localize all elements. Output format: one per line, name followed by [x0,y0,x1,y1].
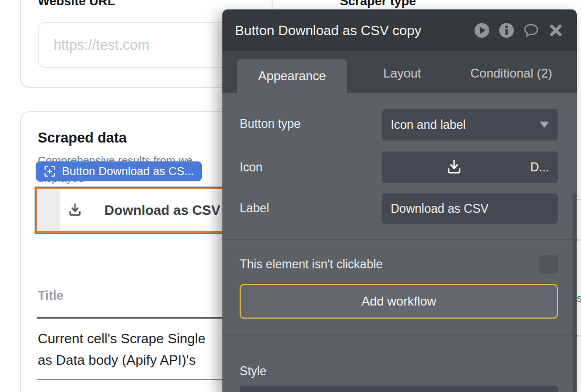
panel-tabbar: Appearance Layout Conditional (2) [222,51,577,93]
style-dropdown[interactable] [240,386,558,392]
download-icon [67,202,83,219]
close-icon[interactable] [547,22,564,39]
label-input[interactable]: Download as CSV [382,193,558,224]
icon-picker-field[interactable]: D... [382,151,558,183]
button-gray-strip [37,189,60,231]
download-icon [445,158,464,177]
table-cell-text-line2: as Data body (Apify API)'s [38,352,196,368]
play-icon[interactable] [474,22,490,39]
tab-conditional[interactable]: Conditional (2) [454,66,569,81]
scraped-data-title: Scraped data [38,130,127,146]
section-divider [222,334,577,335]
comment-icon[interactable] [523,22,540,39]
style-label: Style [240,364,266,378]
button-type-value: Icon and label [391,118,466,132]
chevron-down-icon [540,122,549,128]
selected-element-badge-label: Button Download as CS... [62,165,194,178]
button-type-dropdown[interactable]: Icon and label [382,109,558,140]
icon-label: Icon [240,160,262,175]
website-url-input[interactable] [38,22,249,68]
page-sliver-line [577,239,581,241]
add-workflow-button[interactable]: Add workflow [240,284,558,319]
label-label: Label [240,201,269,215]
not-clickable-checkbox[interactable] [539,255,558,274]
section-divider [222,239,577,240]
scraper-type-label: Scraper type [340,0,416,8]
selected-element-badge[interactable]: Button Download as CS... [36,161,202,181]
panel-scrollbar[interactable] [573,194,576,392]
not-clickable-label: This element isn't clickable [240,257,383,271]
panel-title: Button Download as CSV copy [235,23,466,39]
crop-plus-icon [44,165,56,178]
tab-appearance[interactable]: Appearance [237,59,347,93]
page-sliver-text: s [577,292,581,304]
info-icon[interactable] [498,22,515,39]
panel-header: Button Download as CSV copy [222,9,577,51]
website-url-label: Website URL [38,0,115,8]
page-sliver-line [577,335,581,336]
tab-layout[interactable]: Layout [358,66,446,81]
bubble-editor-screen: Website URL Scraper type Scraped data Co… [0,0,581,392]
table-column-header: Title [38,288,63,303]
table-cell-text-line1: Current cell's Scrape Single [38,331,206,347]
icon-picker-value: D... [530,160,549,175]
property-editor-panel: Button Download as CSV copy Appearance L… [222,9,577,392]
label-input-value: Download as CSV [391,202,489,216]
button-type-label: Button type [240,117,300,131]
page-sliver-line [577,199,581,200]
download-csv-button-label: Download as CSV [104,202,220,219]
